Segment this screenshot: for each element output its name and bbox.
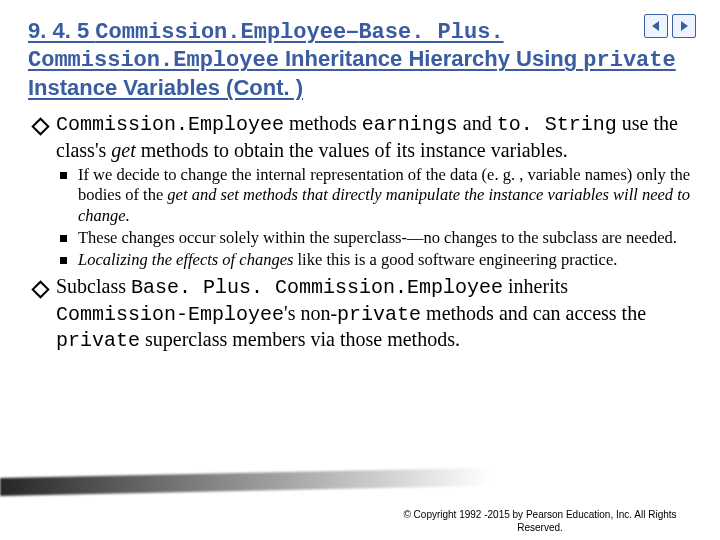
b2-code-1: Base. Plus. Commission.Employee (131, 276, 503, 299)
b1-text-1: methods (284, 112, 362, 134)
b2-text-1: Subclass (56, 275, 131, 297)
bullet-list: Commission.Employee methods earnings and… (28, 111, 692, 354)
slide: 9. 4. 5 Commission.Employee–Base. Plus. … (0, 0, 720, 540)
title-cont: Instance Variables (Cont. ) (28, 75, 303, 100)
b1-text-2: and (458, 112, 497, 134)
b2-text-3: 's non- (284, 302, 337, 324)
title-code-1: Commission.Employee (95, 20, 346, 45)
b1-italic-1: get (111, 139, 135, 161)
b2-code-2: Commission-Employee (56, 303, 284, 326)
arrow-right-icon (678, 20, 690, 32)
b2-code-4: private (56, 329, 140, 352)
sub-bullet-1: If we decide to change the internal repr… (56, 165, 692, 225)
b2-code-3: private (337, 303, 421, 326)
s3-italic-1: Localizing the effects of changes (78, 250, 293, 269)
b1-code-2: earnings (362, 113, 458, 136)
svg-marker-1 (681, 21, 688, 31)
prev-button[interactable] (644, 14, 668, 38)
copyright-text: © Copyright 1992 -2015 by Pearson Educat… (390, 509, 690, 534)
next-button[interactable] (672, 14, 696, 38)
title-rest: Inheritance Hierarchy Using (279, 46, 583, 71)
s1-italic-1: get and set methods that directly manipu… (78, 185, 690, 224)
s3-text-1: like this is a good software engineering… (293, 250, 617, 269)
title-keyword: private (583, 48, 675, 73)
svg-marker-0 (652, 21, 659, 31)
b1-code-1: Commission.Employee (56, 113, 284, 136)
title-dash: – (346, 18, 358, 43)
b2-text-4: methods and can access the (421, 302, 646, 324)
nav-arrows (644, 14, 696, 38)
title-section: 9. 4. 5 (28, 18, 95, 43)
sub-bullet-2: These changes occur solely within the su… (56, 228, 692, 248)
sub-bullet-3: Localizing the effects of changes like t… (56, 250, 692, 270)
b1-text-4: methods to obtain the values of its inst… (136, 139, 568, 161)
b2-text-5: superclass members via those methods. (140, 328, 460, 350)
bullet-1: Commission.Employee methods earnings and… (28, 111, 692, 270)
footer-shadow (0, 468, 490, 496)
slide-title: 9. 4. 5 Commission.Employee–Base. Plus. … (28, 18, 692, 101)
b1-code-3: to. String (497, 113, 617, 136)
bullet-2: Subclass Base. Plus. Commission.Employee… (28, 274, 692, 354)
b2-text-2: inherits (503, 275, 568, 297)
s2-text: These changes occur solely within the su… (78, 228, 677, 247)
sub-list: If we decide to change the internal repr… (56, 165, 692, 270)
arrow-left-icon (650, 20, 662, 32)
